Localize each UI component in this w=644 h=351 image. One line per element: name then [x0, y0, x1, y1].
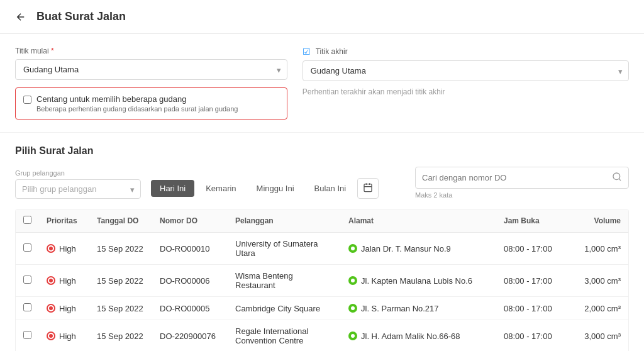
row-checkbox-cell — [16, 233, 39, 265]
end-point-select-wrapper: Gudang Utama ▾ — [303, 60, 629, 81]
tab-bulan-ini[interactable]: Bulan Ini — [306, 180, 355, 197]
form-row: Titik mulai * Gudang Utama ▾ Centang unt… — [15, 47, 629, 120]
row-volume-0: 1,000 cm³ — [572, 233, 628, 265]
multi-warehouse-label: Centang untuk memilih beberapa gudang — [36, 94, 238, 104]
row-priority-2: High — [39, 297, 89, 320]
row-volume-1: 3,000 cm³ — [572, 265, 628, 297]
endpoint-note: Perhentian terakhir akan menjadi titik a… — [303, 87, 629, 96]
search-button[interactable] — [606, 167, 628, 188]
priority-label-1: High — [59, 276, 76, 286]
row-priority-3: High — [39, 320, 89, 352]
date-tabs: Hari Ini Kemarin Minggu Ini Bulan Ini — [151, 178, 379, 199]
section-title: Pilih Surat Jalan — [15, 145, 629, 157]
row-date-0: 15 Sep 2022 — [89, 233, 152, 265]
page-title: Buat Surat Jalan — [36, 10, 126, 23]
priority-label-0: High — [59, 244, 76, 254]
tab-hari-ini[interactable]: Hari Ini — [151, 180, 194, 197]
priority-dot-1 — [47, 276, 55, 285]
row-pelanggan-2: Cambridge City Square — [228, 297, 341, 320]
priority-dot-0 — [47, 244, 55, 253]
end-point-col: ☑ Titik akhir Gudang Utama ▾ Perhentian … — [303, 47, 629, 120]
row-pelanggan-0: University of Sumatera Utara — [228, 233, 341, 265]
row-checkbox-cell — [16, 320, 39, 352]
row-priority-1: High — [39, 265, 89, 297]
location-dot-2 — [348, 304, 357, 313]
start-point-select[interactable]: Gudang Utama — [15, 59, 287, 80]
row-date-2: 15 Sep 2022 — [89, 297, 152, 320]
search-box — [415, 167, 629, 189]
table-row: High 15 Sep 2022 DO-RO00010 University o… — [16, 233, 628, 265]
row-nomor-0: DO-RO00010 — [152, 233, 228, 265]
row-date-1: 15 Sep 2022 — [89, 265, 152, 297]
row-date-3: 15 Sep 2022 — [89, 320, 152, 352]
table-body: High 15 Sep 2022 DO-RO00010 University o… — [16, 233, 628, 352]
row-alamat-1: Jl. Kapten Maulana Lubis No.6 — [341, 265, 496, 297]
row-checkbox-1[interactable] — [23, 276, 31, 284]
start-point-label: Titik mulai * — [15, 47, 287, 55]
row-checkbox-2[interactable] — [23, 303, 31, 311]
endpoint-row: ☑ Titik akhir — [303, 47, 629, 57]
priority-label-3: High — [59, 332, 76, 341]
table-row: High 15 Sep 2022 DO-RO00006 Wisma Benten… — [16, 265, 628, 297]
header-volume: Volume — [572, 209, 628, 233]
row-checkbox-0[interactable] — [23, 243, 31, 252]
header-checkbox-cell — [16, 209, 39, 233]
multi-warehouse-sublabel: Beberapa perhentian gudang didasarkan pa… — [36, 105, 238, 113]
main-list-section: Pilih Surat Jalan Grup pelanggan Pilih g… — [0, 133, 644, 351]
tab-kemarin[interactable]: Kemarin — [197, 180, 245, 197]
priority-label-2: High — [59, 304, 76, 313]
filter-bar: Grup pelanggan Pilih grup pelanggan ▾ Ha… — [15, 167, 629, 199]
row-jam-2: 08:00 - 17:00 — [496, 297, 572, 320]
start-point-col: Titik mulai * Gudang Utama ▾ Centang unt… — [15, 47, 287, 120]
priority-dot-3 — [47, 332, 55, 340]
multi-warehouse-checkbox[interactable] — [23, 96, 31, 104]
back-button[interactable]: Buat Surat Jalan — [15, 10, 126, 23]
row-nomor-3: DO-220900076 — [152, 320, 228, 352]
alamat-text-3: Jl. H. Adam Malik No.66-68 — [361, 332, 460, 341]
filter-left: Grup pelanggan Pilih grup pelanggan ▾ — [15, 169, 141, 199]
row-volume-3: 3,000 cm³ — [572, 320, 628, 352]
group-select[interactable]: Pilih grup pelanggan — [15, 179, 141, 199]
header-tanggal: Tanggal DO — [89, 209, 152, 233]
row-nomor-2: DO-RO00005 — [152, 297, 228, 320]
row-checkbox-cell — [16, 265, 39, 297]
end-point-label: Titik akhir — [316, 47, 348, 56]
endpoint-checkbox-icon: ☑ — [303, 47, 311, 57]
row-jam-3: 08:00 - 17:00 — [496, 320, 572, 352]
row-jam-1: 08:00 - 17:00 — [496, 265, 572, 297]
search-wrapper: Maks 2 kata — [415, 167, 629, 199]
header-alamat: Alamat — [341, 209, 496, 233]
back-icon — [15, 11, 26, 23]
alamat-text-2: Jl. S. Parman No.217 — [361, 304, 439, 313]
row-jam-0: 08:00 - 17:00 — [496, 233, 572, 265]
calendar-button[interactable] — [357, 178, 379, 199]
location-dot-1 — [348, 276, 357, 285]
alamat-text-1: Jl. Kapten Maulana Lubis No.6 — [361, 276, 472, 286]
table-row: High 15 Sep 2022 DO-220900076 Regale Int… — [16, 320, 628, 352]
priority-dot-2 — [47, 304, 55, 313]
row-checkbox-cell — [16, 297, 39, 320]
header-jam: Jam Buka — [496, 209, 572, 233]
row-checkbox-3[interactable] — [23, 331, 31, 339]
header-prioritas: Prioritas — [39, 209, 89, 233]
do-table-wrapper: Prioritas Tanggal DO Nomor DO Pelanggan … — [15, 209, 629, 351]
search-input[interactable] — [416, 169, 606, 187]
select-all-checkbox[interactable] — [23, 216, 31, 224]
header-nomor: Nomor DO — [152, 209, 228, 233]
row-nomor-1: DO-RO00006 — [152, 265, 228, 297]
alamat-text-0: Jalan Dr. T. Mansur No.9 — [361, 244, 451, 254]
do-table: Prioritas Tanggal DO Nomor DO Pelanggan … — [16, 209, 628, 351]
row-priority-0: High — [39, 233, 89, 265]
multi-warehouse-text: Centang untuk memilih beberapa gudang Be… — [36, 94, 238, 113]
group-select-wrapper: Pilih grup pelanggan ▾ — [15, 179, 141, 199]
row-volume-2: 2,000 cm³ — [572, 297, 628, 320]
tab-minggu-ini[interactable]: Minggu Ini — [248, 180, 303, 197]
location-dot-0 — [348, 244, 357, 253]
end-point-select[interactable]: Gudang Utama — [303, 60, 629, 81]
location-dot-3 — [348, 332, 357, 340]
page-header: Buat Surat Jalan — [0, 0, 644, 34]
start-point-select-wrapper: Gudang Utama ▾ — [15, 59, 287, 80]
row-alamat-3: Jl. H. Adam Malik No.66-68 — [341, 320, 496, 352]
svg-rect-0 — [364, 184, 372, 192]
table-row: High 15 Sep 2022 DO-RO00005 Cambridge Ci… — [16, 297, 628, 320]
